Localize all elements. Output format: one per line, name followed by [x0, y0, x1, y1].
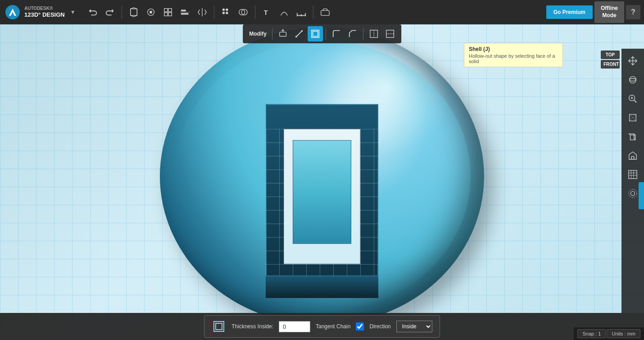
svg-rect-4 [168, 9, 172, 12]
canvas-area[interactable]: TOP FRONT [0, 24, 644, 340]
svg-point-12 [222, 12, 225, 14]
grid-toggle-button[interactable] [624, 166, 641, 183]
go-premium-button[interactable]: Go Premium [546, 5, 593, 19]
svg-point-13 [226, 12, 228, 14]
combine-button[interactable] [235, 4, 251, 20]
svg-rect-6 [168, 13, 172, 16]
box-center-blue [293, 140, 351, 244]
svg-rect-37 [630, 115, 636, 121]
press-pull-button[interactable] [275, 26, 290, 41]
svg-point-46 [629, 189, 637, 198]
svg-point-24 [301, 30, 303, 32]
svg-point-23 [295, 36, 297, 38]
separator-2 [214, 5, 214, 19]
svg-rect-8 [181, 13, 189, 15]
svg-rect-7 [181, 10, 186, 12]
direction-label: Direction [369, 323, 390, 330]
logo-text: AUTODESK® 123D° DESIGN [24, 5, 65, 19]
svg-point-45 [630, 191, 635, 195]
logo-dropdown-icon[interactable]: ▼ [70, 9, 76, 15]
top-toolbar: AUTODESK® 123D° DESIGN ▼ [0, 0, 644, 24]
primitives-button[interactable] [126, 4, 142, 20]
tangent-chain-label: Tangent Chain [316, 323, 350, 330]
svg-rect-22 [280, 32, 286, 36]
orbit-button[interactable] [624, 71, 641, 88]
shell-button[interactable] [308, 26, 323, 41]
pattern-button[interactable] [218, 4, 234, 20]
redo-button[interactable] [102, 4, 118, 20]
align-button[interactable] [177, 4, 193, 20]
sketch-button[interactable] [276, 4, 292, 20]
box-bottom-area [266, 276, 378, 298]
front-view-button[interactable]: FRONT [601, 60, 620, 69]
separator-3 [255, 5, 255, 19]
shell-icon [212, 319, 226, 334]
sec-separator-2 [326, 28, 326, 40]
svg-text:T: T [264, 9, 268, 16]
top-view-button[interactable]: TOP [601, 51, 620, 59]
svg-rect-39 [631, 156, 634, 159]
svg-rect-21 [321, 10, 329, 15]
help-button[interactable]: ? [626, 5, 640, 19]
zoom-button[interactable] [624, 90, 641, 107]
tooltip-title: Shell (J) [469, 46, 558, 52]
adjust-button[interactable] [160, 4, 176, 20]
modify-label: Modify [246, 31, 269, 37]
shell-options-panel: Thickness Inside: Tangent Chain Directio… [204, 315, 440, 338]
svg-point-32 [630, 78, 636, 81]
tooltip-description: Hollow-out shape by selecting face of a … [469, 53, 558, 64]
shell-tooltip: Shell (J) Hollow-out shape by selecting … [464, 43, 563, 67]
svg-point-11 [226, 9, 228, 11]
autodesk-logo-icon [5, 4, 21, 20]
svg-rect-3 [164, 9, 168, 12]
svg-rect-48 [216, 323, 222, 330]
svg-line-34 [634, 100, 637, 103]
thickness-label: Thickness Inside: [231, 323, 273, 330]
zoom-extents-button[interactable] [624, 109, 641, 126]
smart-duplicate-button[interactable] [143, 4, 159, 20]
tweak-button[interactable] [291, 26, 307, 41]
direction-select[interactable]: Inside Outside Both [396, 321, 432, 332]
svg-point-31 [630, 77, 636, 83]
chamfer-button[interactable] [345, 26, 360, 41]
pan-button[interactable] [624, 52, 641, 69]
svg-rect-5 [164, 13, 168, 16]
snap-button[interactable]: Snap : 1 [577, 329, 606, 338]
mirror-button[interactable] [194, 4, 210, 20]
svg-rect-1 [131, 9, 137, 16]
units-button[interactable]: Units : mm [607, 329, 640, 338]
fillet-button[interactable] [329, 26, 344, 41]
offline-mode-button[interactable]: Offline Mode [594, 1, 624, 23]
material-button[interactable] [317, 4, 333, 20]
sec-separator-3 [363, 28, 363, 40]
side-panel-tab[interactable] [639, 182, 644, 209]
rect-box-shape [266, 104, 378, 303]
split-solid-button[interactable] [366, 26, 381, 41]
svg-rect-44 [629, 170, 637, 179]
3d-object-container [160, 28, 484, 325]
separator-4 [313, 5, 313, 19]
bottom-toolbar: Thickness Inside: Tangent Chain Directio… [0, 313, 644, 340]
view-cube-button[interactable] [624, 128, 641, 145]
tangent-chain-checkbox[interactable] [356, 322, 364, 331]
home-view-button[interactable] [624, 147, 641, 164]
measure-button[interactable] [293, 4, 309, 20]
modify-toolbar: Modify [243, 24, 401, 43]
text-button[interactable]: T [259, 4, 275, 20]
thickness-input[interactable] [279, 321, 310, 332]
separator-1 [122, 5, 122, 19]
snap-units-bar: Snap : 1 Units : mm [574, 327, 644, 340]
undo-button[interactable] [85, 4, 101, 20]
view-labels-panel: TOP FRONT [599, 49, 621, 70]
split-face-button[interactable] [382, 26, 398, 41]
svg-point-10 [222, 9, 225, 11]
view-controls-panel [621, 49, 644, 313]
svg-rect-26 [313, 32, 317, 37]
logo-area: AUTODESK® 123D° DESIGN ▼ [0, 0, 81, 24]
sec-separator-1 [272, 28, 272, 40]
main-toolbar: T [81, 4, 546, 20]
